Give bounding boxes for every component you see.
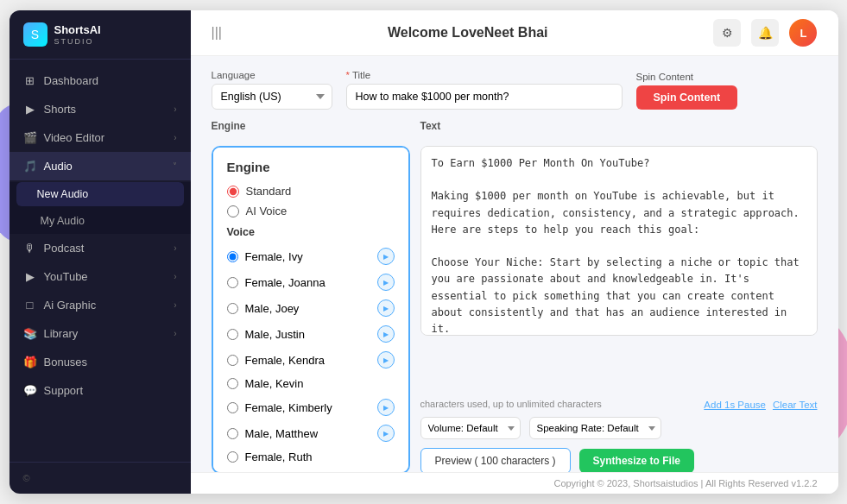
bell-icon: 🔔	[758, 26, 773, 40]
notification-icon-btn[interactable]: 🔔	[751, 19, 779, 47]
sidebar-item-my-audio[interactable]: My Audio	[9, 208, 191, 234]
settings-icon-btn[interactable]: ⚙	[713, 19, 741, 47]
sidebar-item-ai-graphic[interactable]: □ Ai Graphic ›	[9, 291, 191, 319]
voice-label-female-ivy: Female, Ivy	[245, 250, 303, 263]
header-actions: ⚙ 🔔 L	[713, 19, 817, 47]
sidebar-item-label: Video Editor	[44, 131, 105, 144]
sidebar-item-label: Podcast	[44, 242, 85, 255]
voice-radio-male-justin[interactable]	[227, 329, 238, 340]
voice-radio-female-kimberly[interactable]	[227, 402, 238, 413]
page-body: Language English (US) English (UK) Spani…	[191, 56, 838, 472]
voice-option-female-salli[interactable]: Female, Salli ▶	[227, 468, 395, 472]
voice-play-female-joanna[interactable]: ▶	[377, 274, 395, 291]
sidebar-item-youtube[interactable]: ▶ YouTube ›	[9, 262, 191, 291]
sidebar-item-library[interactable]: 📚 Library ›	[9, 319, 191, 348]
page-title: Welcome LoveNeet Bhai	[388, 25, 548, 41]
spin-label: Spin Content	[636, 72, 738, 82]
text-col-label: Text	[420, 120, 441, 132]
settings-icon: ⚙	[722, 26, 733, 40]
voice-option-male-justin[interactable]: Male, Justin ▶	[227, 321, 395, 347]
sidebar-item-shorts[interactable]: ▶ Shorts ›	[9, 95, 191, 123]
sidebar: S ShortsAI STUDIO ⊞ Dashboard ▶ Shorts ›	[9, 10, 191, 494]
spin-content-button[interactable]: Spin Content	[636, 85, 738, 110]
title-field-group: Title	[346, 70, 623, 110]
bonuses-icon: 🎁	[23, 356, 37, 369]
voice-option-male-kevin[interactable]: Male, Kevin	[227, 373, 395, 394]
sidebar-item-label: Ai Graphic	[44, 299, 97, 312]
voice-label-female-kimberly: Female, Kimberly	[245, 401, 332, 414]
app-name: ShortsAI	[54, 23, 101, 37]
youtube-icon: ▶	[23, 270, 37, 283]
chevron-right-icon: ›	[174, 329, 176, 338]
voice-radio-male-matthew[interactable]	[227, 428, 238, 439]
sidebar-item-label: Shorts	[44, 103, 77, 116]
title-label: Title	[346, 70, 623, 80]
sidebar-item-new-audio[interactable]: New Audio	[16, 182, 184, 206]
voice-radio-female-ivy[interactable]	[227, 251, 238, 262]
engine-radio-standard[interactable]	[227, 186, 239, 198]
sidebar-item-bonuses[interactable]: 🎁 Bonuses	[9, 348, 191, 376]
video-editor-icon: 🎬	[23, 131, 37, 144]
sidebar-item-label: Bonuses	[44, 356, 88, 369]
voice-radio-male-joey[interactable]	[227, 303, 238, 314]
audio-icon: 🎵	[23, 160, 37, 173]
sidebar-item-label: Dashboard	[44, 74, 99, 87]
chevron-right-icon: ›	[174, 300, 176, 310]
spin-field-group: Spin Content Spin Content	[636, 72, 738, 110]
copyright-text: Copyright © 2023, Shortsaistudios | All …	[553, 478, 817, 488]
engine-option-ai-voice[interactable]: AI Voice	[227, 205, 395, 217]
engine-radio-ai-voice[interactable]	[227, 205, 239, 217]
volume-select[interactable]: Volume: Default Volume: Soft Volume: Lou…	[420, 417, 521, 439]
voice-play-female-kimberly[interactable]: ▶	[377, 399, 395, 416]
voice-option-female-ivy[interactable]: Female, Ivy ▶	[227, 243, 395, 269]
speaking-rate-select[interactable]: Speaking Rate: Default Speaking Rate: Sl…	[529, 417, 661, 439]
voice-play-male-justin[interactable]: ▶	[377, 325, 395, 343]
voice-option-female-ruth[interactable]: Female, Ruth	[227, 446, 395, 468]
sidebar-item-support[interactable]: 💬 Support	[9, 376, 191, 405]
voice-option-male-joey[interactable]: Male, Joey ▶	[227, 295, 395, 321]
header: ||| Welcome LoveNeet Bhai ⚙ 🔔 L	[191, 10, 838, 56]
voice-radio-male-kevin[interactable]	[227, 378, 238, 389]
voice-radio-female-ruth[interactable]	[227, 451, 238, 463]
sidebar-version: ©	[23, 473, 30, 483]
chevron-right-icon: ›	[174, 272, 176, 281]
chevron-right-icon: ›	[174, 133, 176, 142]
sidebar-item-podcast[interactable]: 🎙 Podcast ›	[9, 234, 191, 262]
preview-button[interactable]: Preview ( 100 characters )	[420, 448, 571, 472]
voice-play-female-ivy[interactable]: ▶	[377, 248, 395, 265]
language-select[interactable]: English (US) English (UK) Spanish French	[212, 84, 332, 110]
sidebar-item-audio[interactable]: 🎵 Audio ˅	[9, 152, 191, 180]
voice-option-male-matthew[interactable]: Male, Matthew ▶	[227, 420, 395, 446]
sidebar-item-label: Support	[44, 384, 84, 397]
podcast-icon: 🎙	[23, 242, 37, 255]
main-content: ||| Welcome LoveNeet Bhai ⚙ 🔔 L Language…	[191, 10, 838, 494]
engine-label-standard: Standard	[246, 185, 292, 198]
voice-radio-female-kendra[interactable]	[227, 355, 238, 366]
engine-option-standard[interactable]: Standard	[227, 185, 395, 198]
language-field-group: Language English (US) English (UK) Spani…	[212, 70, 332, 110]
voice-label-male-matthew: Male, Matthew	[245, 427, 319, 440]
sidebar-nav: ⊞ Dashboard ▶ Shorts › 🎬 Video Editor ›	[9, 60, 191, 462]
voice-option-female-kendra[interactable]: Female, Kendra ▶	[227, 347, 395, 373]
sidebar-item-label: Library	[44, 327, 79, 340]
voice-radio-female-joanna[interactable]	[227, 277, 238, 288]
voice-label-female-kendra: Female, Kendra	[245, 354, 326, 367]
synthesize-button[interactable]: Synthesize to File	[579, 449, 694, 472]
voice-option-female-joanna[interactable]: Female, Joanna ▶	[227, 269, 395, 295]
avatar[interactable]: L	[789, 19, 817, 47]
menu-icon[interactable]: |||	[212, 25, 222, 41]
support-icon: 💬	[23, 384, 37, 397]
voice-play-female-kendra[interactable]: ▶	[377, 351, 395, 369]
engine-label-row: Engine Text	[212, 120, 818, 132]
engine-panel: Engine Standard AI Voice Voice	[212, 146, 410, 472]
clear-text-link[interactable]: Clear Text	[773, 400, 818, 410]
voice-play-male-matthew[interactable]: ▶	[377, 425, 395, 442]
audio-submenu: New Audio My Audio	[9, 182, 191, 234]
voice-play-male-joey[interactable]: ▶	[377, 299, 395, 317]
add-pause-link[interactable]: Add 1s Pause	[704, 400, 766, 410]
sidebar-item-video-editor[interactable]: 🎬 Video Editor ›	[9, 123, 191, 152]
voice-option-female-kimberly[interactable]: Female, Kimberly ▶	[227, 394, 395, 420]
title-input[interactable]	[346, 84, 623, 110]
text-area[interactable]: To Earn $1000 Per Month On YouTube? Maki…	[420, 146, 818, 336]
sidebar-item-dashboard[interactable]: ⊞ Dashboard	[9, 66, 191, 95]
